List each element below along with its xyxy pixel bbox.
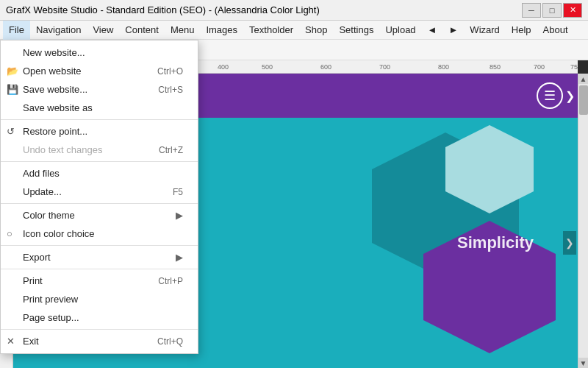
dd-page-setup[interactable]: Page setup... <box>1 308 198 327</box>
menu-item-file[interactable]: File <box>3 21 30 40</box>
menu-item-wizard[interactable]: Wizard <box>464 21 505 40</box>
dd-sep-3 <box>1 203 198 204</box>
dd-sep-6 <box>1 329 198 330</box>
dd-icon-color[interactable]: ○ Icon color choice <box>1 224 198 243</box>
menu-item-navigation[interactable]: Navigation <box>30 21 87 40</box>
ruler-mark-500: 500 <box>262 63 273 71</box>
scroll-up-button[interactable]: ▲ <box>578 74 589 84</box>
title-text: GrafX Website Studio - Standard Edition … <box>6 4 320 15</box>
preview-scroll-right-arrow[interactable]: ❯ <box>565 89 575 103</box>
save-icon: 💾 <box>7 84 18 95</box>
window-controls: ─ □ ✕ <box>522 3 582 18</box>
menu-item-settings[interactable]: Settings <box>333 21 379 40</box>
dd-page-setup-label: Page setup... <box>23 312 79 323</box>
dd-export-arrow: ▶ <box>176 252 183 263</box>
ruler-corner-right <box>578 60 588 74</box>
dd-open-website-label: Open website <box>23 66 82 77</box>
exit-icon: ✕ <box>7 336 15 347</box>
ruler-mark-700: 700 <box>379 63 390 71</box>
dd-color-theme-arrow: ▶ <box>176 210 183 221</box>
ruler-mark-700b: 700 <box>534 63 545 71</box>
menu-item-next[interactable]: ► <box>442 21 464 40</box>
dd-undo-label: Undo text changes <box>23 144 102 155</box>
dd-save-as-label: Save website as <box>23 102 93 113</box>
dd-export-label: Export <box>23 252 51 263</box>
dd-sep-1 <box>1 119 198 120</box>
dd-add-files-label: Add files <box>23 168 60 179</box>
dd-print-label: Print <box>23 275 43 286</box>
menu-item-help[interactable]: Help <box>506 21 537 40</box>
dd-exit-shortcut: Ctrl+Q <box>157 336 183 347</box>
dd-print-preview[interactable]: Print preview <box>1 290 198 308</box>
scroll-down-button[interactable]: ▼ <box>578 358 589 368</box>
preview-simplicity-text: Simplicity <box>457 233 534 252</box>
restore-icon: ↺ <box>7 126 15 137</box>
menu-bar: File Navigation View Content Menu Images… <box>0 21 588 40</box>
maximize-button[interactable]: □ <box>542 3 562 18</box>
menu-item-menu[interactable]: Menu <box>165 21 201 40</box>
title-bar: GrafX Website Studio - Standard Edition … <box>0 0 588 21</box>
scroll-track[interactable] <box>578 84 588 358</box>
ruler-mark-850: 850 <box>490 63 501 71</box>
dd-update-shortcut: F5 <box>173 187 183 197</box>
dd-new-website[interactable]: New website... <box>1 43 198 62</box>
dd-undo-shortcut: Ctrl+Z <box>159 145 183 155</box>
dd-export[interactable]: Export ▶ <box>1 248 198 266</box>
menu-item-upload[interactable]: Upload <box>379 21 421 40</box>
dd-sep-4 <box>1 245 198 246</box>
dd-update[interactable]: Update... F5 <box>1 183 198 201</box>
preview-right-arrow[interactable]: ❯ <box>563 231 576 255</box>
dd-open-website[interactable]: 📂 Open website Ctrl+O <box>1 62 198 80</box>
minimize-button[interactable]: ─ <box>522 3 541 18</box>
menu-item-content[interactable]: Content <box>119 21 165 40</box>
dd-save-website[interactable]: 💾 Save website... Ctrl+S <box>1 80 198 99</box>
file-dropdown-menu: New website... 📂 Open website Ctrl+O 💾 S… <box>0 40 198 354</box>
dd-update-label: Update... <box>23 186 62 197</box>
dd-print-shortcut: Ctrl+P <box>158 276 183 286</box>
scroll-thumb[interactable] <box>579 85 588 115</box>
dd-print[interactable]: Print Ctrl+P <box>1 272 198 290</box>
dd-add-files[interactable]: Add files <box>1 164 198 183</box>
menu-item-images[interactable]: Images <box>200 21 243 40</box>
menu-item-prev[interactable]: ◄ <box>422 21 443 40</box>
dd-color-theme-label: Color theme <box>23 210 75 221</box>
circle-icon: ○ <box>7 228 12 239</box>
dd-exit[interactable]: ✕ Exit Ctrl+Q <box>1 332 198 350</box>
ruler-mark-800: 800 <box>438 63 449 71</box>
dd-save-website-as[interactable]: Save website as <box>1 99 198 117</box>
menu-item-view[interactable]: View <box>87 21 119 40</box>
ruler-mark-750: 750 <box>570 63 578 71</box>
open-folder-icon: 📂 <box>7 66 18 77</box>
dd-restore-point[interactable]: ↺ Restore point... <box>1 122 198 141</box>
dd-sep-5 <box>1 269 198 269</box>
dd-open-shortcut: Ctrl+O <box>157 66 183 77</box>
dd-icon-color-label: Icon color choice <box>23 228 95 239</box>
dd-restore-label: Restore point... <box>23 126 87 137</box>
dd-sep-2 <box>1 161 198 162</box>
menu-item-textholder[interactable]: Textholder <box>243 21 299 40</box>
menu-item-about[interactable]: About <box>537 21 574 40</box>
dd-color-theme[interactable]: Color theme ▶ <box>1 206 198 224</box>
dd-new-website-label: New website... <box>23 47 85 58</box>
dd-save-website-label: Save website... <box>23 84 87 95</box>
dd-save-shortcut: Ctrl+S <box>158 85 183 95</box>
ruler-mark-400: 400 <box>218 63 229 71</box>
ruler-mark-600: 600 <box>320 63 331 71</box>
dd-exit-label: Exit <box>23 336 39 347</box>
vertical-scrollbar[interactable]: ▲ ▼ <box>578 74 588 368</box>
dd-print-preview-label: Print preview <box>23 294 78 305</box>
dd-undo-text[interactable]: Undo text changes Ctrl+Z <box>1 141 198 159</box>
preview-hamburger-icon: ☰ <box>537 82 563 109</box>
menu-item-shop[interactable]: Shop <box>299 21 333 40</box>
close-button[interactable]: ✕ <box>563 3 582 18</box>
